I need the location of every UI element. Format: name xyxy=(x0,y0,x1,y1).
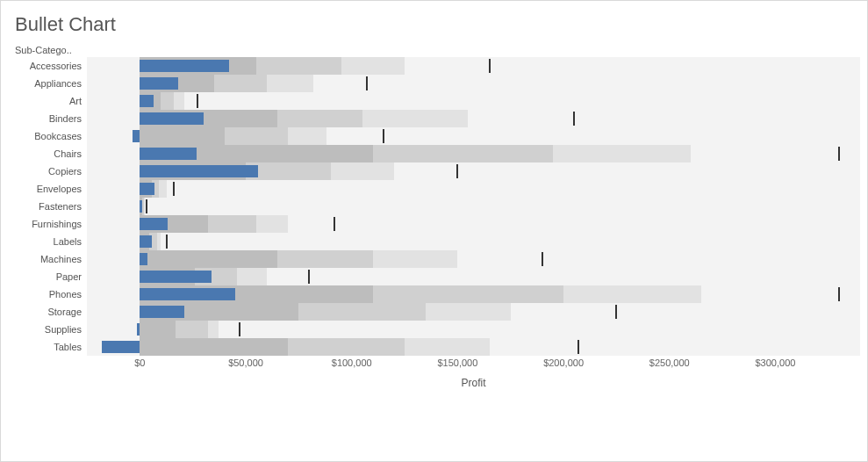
value-bar[interactable] xyxy=(140,148,197,160)
target-marker xyxy=(838,287,840,301)
value-bar[interactable] xyxy=(140,77,177,90)
y-tick-label: Accessories xyxy=(15,57,87,75)
y-tick-label: Appliances xyxy=(15,75,87,92)
range-band-high xyxy=(331,162,394,180)
x-axis-title: Profit xyxy=(87,377,860,389)
bullet-row xyxy=(87,303,860,321)
bullet-row xyxy=(87,338,860,356)
y-tick-label: Phones xyxy=(15,285,87,303)
chart-body: AccessoriesAppliancesArtBindersBookcases… xyxy=(15,57,860,454)
bullet-row xyxy=(87,233,860,250)
bullet-row xyxy=(87,250,860,268)
range-band-high xyxy=(159,180,166,198)
x-axis: $0$50,000$100,000$150,000$200,000$250,00… xyxy=(87,356,860,372)
target-marker xyxy=(166,235,168,249)
target-marker xyxy=(146,199,147,213)
range-band-mid xyxy=(298,303,426,321)
y-tick-label: Copiers xyxy=(15,162,87,180)
range-band-mid xyxy=(288,338,405,356)
bullet-row xyxy=(87,162,860,180)
y-tick-label: Binders xyxy=(15,110,87,127)
range-band-mid xyxy=(256,57,341,75)
target-marker xyxy=(366,76,368,90)
value-bar[interactable] xyxy=(140,218,167,230)
y-tick-label: Art xyxy=(15,92,87,110)
y-tick-label: Paper xyxy=(15,268,87,285)
x-tick-label: $300,000 xyxy=(755,357,795,368)
value-bar[interactable] xyxy=(140,235,151,248)
bullet-row xyxy=(87,92,860,110)
value-bar[interactable] xyxy=(140,183,154,195)
range-band-low xyxy=(140,338,288,356)
value-bar[interactable] xyxy=(140,288,235,300)
range-band-high xyxy=(174,92,184,110)
bullet-row xyxy=(87,127,860,145)
y-tick-label: Bookcases xyxy=(15,127,87,145)
y-tick-label: Storage xyxy=(15,303,87,321)
value-bar[interactable] xyxy=(140,200,141,213)
range-band-high xyxy=(208,321,219,338)
target-marker xyxy=(542,252,543,266)
chart-title: Bullet Chart xyxy=(15,13,860,36)
bullet-row xyxy=(87,145,860,162)
bullet-row xyxy=(87,321,860,338)
range-band-mid xyxy=(373,145,553,162)
x-tick-label: $150,000 xyxy=(437,357,477,368)
value-bar[interactable] xyxy=(140,60,228,72)
value-bar[interactable] xyxy=(140,253,147,265)
range-band-low xyxy=(140,127,225,145)
bullet-row xyxy=(87,57,860,75)
target-marker xyxy=(615,305,617,319)
value-bar[interactable] xyxy=(140,271,212,283)
y-tick-label: Chairs xyxy=(15,145,87,162)
range-band-high xyxy=(405,338,490,356)
value-bar[interactable] xyxy=(140,95,154,107)
value-bar[interactable] xyxy=(140,112,203,125)
plot-area[interactable] xyxy=(87,57,860,356)
bullet-row xyxy=(87,268,860,285)
bullet-row xyxy=(87,110,860,127)
range-band-mid xyxy=(214,75,267,92)
range-band-high xyxy=(426,303,511,321)
range-band-high xyxy=(341,57,405,75)
range-band-mid xyxy=(208,215,257,233)
target-marker xyxy=(456,164,458,178)
target-marker xyxy=(489,59,491,73)
target-marker xyxy=(308,270,310,284)
value-bar[interactable] xyxy=(140,165,258,177)
value-bar[interactable] xyxy=(133,130,140,142)
range-band-mid xyxy=(225,127,288,145)
x-tick-label: $0 xyxy=(134,357,145,368)
range-band-mid xyxy=(161,92,173,110)
target-marker xyxy=(239,322,240,336)
target-marker xyxy=(383,129,384,143)
range-band-mid xyxy=(277,110,362,127)
range-band-mid xyxy=(277,250,373,268)
range-band-high xyxy=(288,127,326,145)
target-marker xyxy=(173,182,175,196)
target-marker xyxy=(838,147,840,161)
range-band-mid xyxy=(373,285,563,303)
y-tick-label: Machines xyxy=(15,250,87,268)
x-tick-label: $200,000 xyxy=(543,357,584,368)
range-band-low xyxy=(140,321,176,338)
y-tick-label: Labels xyxy=(15,233,87,250)
value-bar[interactable] xyxy=(140,306,184,318)
bullet-row xyxy=(87,215,860,233)
bullet-row xyxy=(87,75,860,92)
plot-wrap: $0$50,000$100,000$150,000$200,000$250,00… xyxy=(87,57,860,454)
y-axis-labels: AccessoriesAppliancesArtBindersBookcases… xyxy=(15,57,87,454)
value-bar[interactable] xyxy=(137,323,140,336)
bullet-row xyxy=(87,198,860,215)
y-tick-label: Furnishings xyxy=(15,215,87,233)
target-marker xyxy=(334,217,335,231)
range-band-mid xyxy=(176,321,207,338)
bullet-row xyxy=(87,180,860,198)
range-band-low xyxy=(140,250,277,268)
value-bar[interactable] xyxy=(102,341,140,353)
y-tick-label: Tables xyxy=(15,338,87,356)
range-band-high xyxy=(157,233,161,250)
bullet-row xyxy=(87,285,860,303)
target-marker xyxy=(573,112,575,126)
range-band-mid xyxy=(246,162,331,180)
